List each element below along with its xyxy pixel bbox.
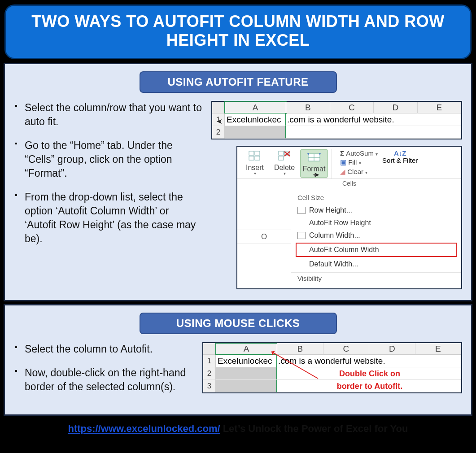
menu-row-height: Row Height... — [291, 204, 461, 217]
svg-rect-1 — [255, 151, 260, 155]
bullet-item: From the drop-down list, select the opti… — [14, 190, 202, 246]
column-header: C — [323, 343, 370, 355]
dropdown-icon — [271, 171, 298, 176]
menu-default-width: Default Width... — [291, 258, 461, 270]
cursor-icon: ➤ — [217, 115, 223, 128]
insert-cells-icon — [241, 149, 269, 163]
column-header: B — [286, 102, 330, 113]
footer-tagline: Let’s Unlock the Power of Excel for You — [220, 423, 408, 434]
sort-filter-button: A↓Z Sort & Filter — [382, 149, 418, 165]
column-header: E — [415, 343, 462, 355]
bullet-item: Select the column to Autofit. — [14, 342, 193, 356]
sheet-corner — [203, 343, 216, 355]
cell-a1: ➤ Excelunlockec — [225, 113, 286, 126]
overflow-text: .com is a wonderful website. — [277, 355, 461, 367]
cell-a1: Excelunlockec — [216, 355, 277, 367]
ribbon-delete-button: Delete — [271, 149, 298, 179]
bullet-item: Now, double-click on the right-hand bord… — [14, 366, 193, 394]
page-title: TWO WAYS TO AUTOFIT COLUMN WIDTH AND ROW… — [4, 4, 472, 59]
section2-heading: USING MOUSE CLICKS — [140, 313, 337, 334]
menu-autofit-row-height: AutoFit Row Height — [291, 217, 461, 229]
footer-link[interactable]: https://www.excelunlocked.com/ — [68, 423, 220, 434]
footer: https://www.excelunlocked.com/ Let’s Unl… — [4, 423, 472, 435]
ribbon-label: Insert — [246, 164, 264, 171]
svg-rect-6 — [279, 156, 284, 160]
section1-heading: USING AUTOFIT FEATURE — [140, 71, 337, 93]
column-header-o: O — [237, 230, 291, 244]
column-header: E — [418, 102, 462, 113]
svg-rect-3 — [255, 156, 260, 160]
excel-screenshot-double-click: A B C D E 1 Excelunlockec .com is a wond… — [202, 342, 462, 393]
cell-text: Excelunlockec — [227, 115, 281, 124]
callout-text: border to Autofit. — [277, 380, 461, 392]
menu-header: Visibility — [291, 272, 461, 285]
section-mouse-clicks: USING MOUSE CLICKS Select the column to … — [4, 304, 472, 416]
delete-cells-icon — [271, 149, 298, 163]
excel-ribbon-screenshot: Insert Delete Format — [236, 146, 462, 289]
callout-line2: border to Autofit. — [337, 382, 402, 391]
dropdown-icon — [241, 171, 269, 176]
menu-header: Cell Size — [291, 192, 461, 204]
cells-group-label: Cells — [237, 179, 461, 189]
autosum-button: AutoSum ▾ — [340, 149, 378, 157]
column-header: C — [330, 102, 374, 113]
row-header: 2 — [203, 367, 216, 380]
ribbon-insert-button: Insert — [241, 149, 269, 179]
svg-rect-0 — [249, 151, 254, 155]
row-header: 2 — [212, 126, 225, 139]
ribbon-label: Delete — [274, 164, 295, 171]
column-header: D — [369, 343, 415, 355]
row-header: 3 — [203, 380, 216, 392]
sheet-corner — [212, 102, 225, 113]
fill-button: ▣ Fill ▾ — [340, 158, 378, 166]
section1-bullets: Select the column/row that you want to a… — [14, 101, 202, 289]
clear-button: ◢ Clear ▾ — [340, 168, 378, 176]
row-header: 1 — [203, 355, 216, 367]
callout-line1: Double Click on — [339, 369, 400, 378]
excel-screenshot-selected-column: A B C D E 1 ➤ Excelunlockec .com is a wo… — [211, 101, 462, 139]
ribbon-editing-group: AutoSum ▾ ▣ Fill ▾ ◢ Clear ▾ — [340, 149, 378, 177]
callout-text: Double Click on — [277, 367, 461, 380]
section-autofit-feature: USING AUTOFIT FEATURE Select the column/… — [4, 63, 472, 301]
ribbon-format-button: Format ➤ — [300, 149, 328, 178]
svg-rect-2 — [249, 156, 254, 160]
column-header: B — [277, 343, 323, 355]
column-header-a: A — [225, 102, 286, 113]
ribbon-label: Sort & Filter — [382, 157, 418, 165]
cell-selected — [216, 380, 277, 392]
menu-column-width: Column Width... — [291, 229, 461, 242]
cell-a2-selected — [225, 126, 286, 139]
cell-selected — [216, 367, 277, 380]
format-dropdown-menu: Cell Size Row Height... AutoFit Row Heig… — [291, 189, 461, 288]
column-header: D — [374, 102, 418, 113]
menu-autofit-column-width: AutoFit Column Width — [296, 243, 457, 257]
format-cells-icon — [301, 151, 327, 164]
bullet-item: Select the column/row that you want to a… — [14, 101, 202, 129]
bullet-item: Go to the “Home” tab. Under the “Cells” … — [14, 139, 202, 180]
overflow-text: .com is a wonderful website. — [286, 113, 461, 126]
cursor-icon: ➤ — [314, 170, 319, 179]
svg-rect-4 — [279, 151, 284, 155]
empty-cells — [286, 126, 461, 139]
sort-icon: A↓Z — [382, 149, 418, 157]
section2-bullets: Select the column to Autofit. Now, doubl… — [14, 342, 193, 404]
